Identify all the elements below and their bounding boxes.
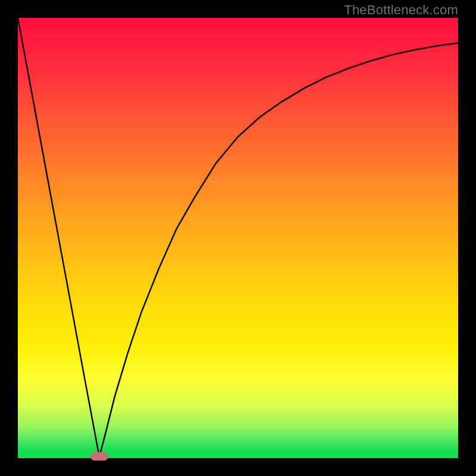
watermark-text: TheBottleneck.com: [344, 2, 458, 18]
chart-frame: TheBottleneck.com: [0, 0, 476, 476]
plot-area: [18, 18, 458, 458]
bottleneck-curve: [18, 18, 458, 458]
optimal-marker: [90, 452, 108, 461]
